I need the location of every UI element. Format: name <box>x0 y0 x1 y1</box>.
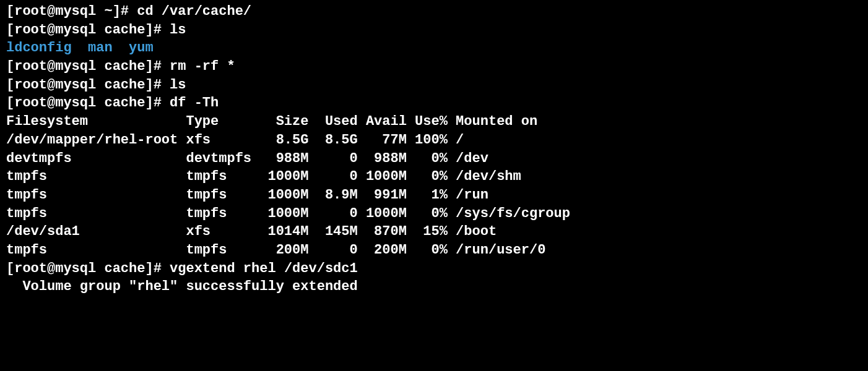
terminal-line: tmpfs tmpfs 200M 0 200M 0% /run/user/0 <box>6 241 862 260</box>
shell-prompt: [root@mysql cache]# <box>6 22 170 38</box>
shell-prompt: [root@mysql cache]# <box>6 59 170 74</box>
terminal-line: [root@mysql cache]# ls <box>6 76 862 95</box>
shell-command: cd /var/cache/ <box>137 4 251 19</box>
terminal-line: [root@mysql cache]# ls <box>6 21 862 40</box>
terminal-line: [root@mysql cache]# vgextend rhel /dev/s… <box>6 260 862 278</box>
shell-command: ls <box>170 22 186 38</box>
terminal-line: /dev/sda1 xfs 1014M 145M 870M 15% /boot <box>6 223 862 241</box>
terminal-line: tmpfs tmpfs 1000M 8.9M 991M 1% /run <box>6 186 862 205</box>
shell-command: df -Th <box>170 95 219 111</box>
terminal-line: tmpfs tmpfs 1000M 0 1000M 0% /sys/fs/cgr… <box>6 205 862 223</box>
shell-command: ls <box>170 77 186 93</box>
shell-command: rm -rf * <box>170 59 235 74</box>
terminal-line: devtmpfs devtmpfs 988M 0 988M 0% /dev <box>6 150 862 168</box>
terminal-line: Filesystem Type Size Used Avail Use% Mou… <box>6 113 862 131</box>
directory-entry: ldconfig <box>6 40 72 56</box>
directory-entry: man <box>88 40 113 56</box>
shell-prompt: [root@mysql cache]# <box>6 261 170 276</box>
shell-prompt: [root@mysql ~]# <box>6 4 137 19</box>
directory-entry: yum <box>129 40 154 56</box>
terminal-line: [root@mysql cache]# rm -rf * <box>6 58 862 76</box>
terminal-line: ldconfig man yum <box>6 39 862 58</box>
terminal-line: [root@mysql cache]# df -Th <box>6 94 862 113</box>
terminal-line: Volume group "rhel" successfully extende… <box>6 278 862 296</box>
shell-prompt: [root@mysql cache]# <box>6 95 170 111</box>
command-output: Volume group "rhel" successfully extende… <box>6 279 358 294</box>
terminal-output[interactable]: [root@mysql ~]# cd /var/cache/[root@mysq… <box>6 2 862 296</box>
terminal-line: [root@mysql ~]# cd /var/cache/ <box>6 2 862 21</box>
shell-prompt: [root@mysql cache]# <box>6 77 170 93</box>
shell-command: vgextend rhel /dev/sdc1 <box>170 261 358 276</box>
terminal-line: /dev/mapper/rhel-root xfs 8.5G 8.5G 77M … <box>6 131 862 150</box>
terminal-line: tmpfs tmpfs 1000M 0 1000M 0% /dev/shm <box>6 168 862 186</box>
